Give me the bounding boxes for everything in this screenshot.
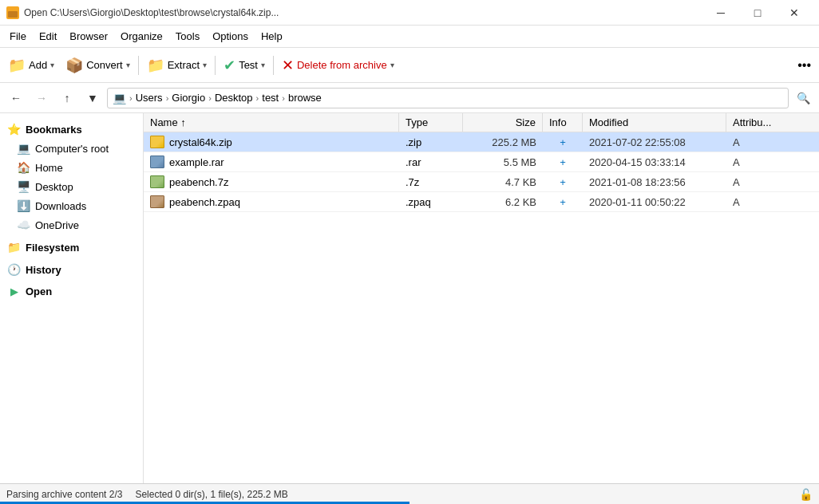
col-modified[interactable]: Modified bbox=[583, 113, 726, 132]
file-icon-7z bbox=[150, 175, 164, 188]
cell-info-3: + bbox=[543, 192, 583, 211]
sidebar-section-open: ▶ Open bbox=[0, 282, 143, 301]
menubar-item-edit[interactable]: Edit bbox=[33, 29, 63, 44]
table-row[interactable]: crystal64k.zip .zip 225.2 MB + 2021-07-0… bbox=[144, 132, 819, 152]
more-button[interactable]: ••• bbox=[793, 52, 816, 79]
test-arrow-icon: ▾ bbox=[261, 61, 265, 69]
extract-button[interactable]: 📁 Extract ▾ bbox=[142, 52, 212, 79]
cell-modified-3: 2020-01-11 00:50:22 bbox=[583, 192, 726, 211]
sidebar-header-open[interactable]: ▶ Open bbox=[0, 282, 143, 301]
convert-arrow-icon: ▾ bbox=[126, 61, 130, 69]
toolbar-sep-2 bbox=[215, 56, 216, 75]
sep-2: › bbox=[166, 93, 169, 103]
menubar-item-browser[interactable]: Browser bbox=[63, 29, 114, 44]
sidebar-item-downloads[interactable]: ⬇️ Downloads bbox=[0, 196, 143, 215]
toolbar-sep-3 bbox=[273, 56, 274, 75]
cell-type-1: .rar bbox=[399, 152, 463, 171]
cell-info-2: + bbox=[543, 172, 583, 191]
sidebar-history-label: History bbox=[26, 264, 61, 276]
addressbar: ← → ↑ ▼ 💻 › Users › Giorgio › Desktop › … bbox=[0, 83, 819, 113]
sidebar-header-bookmarks[interactable]: ⭐ Bookmarks bbox=[0, 120, 143, 139]
sidebar-item-computers-root[interactable]: 💻 Computer's root bbox=[0, 139, 143, 158]
sidebar: ⭐ Bookmarks 💻 Computer's root 🏠 Home 🖥️ … bbox=[0, 113, 144, 483]
cell-attrib-2: A bbox=[726, 172, 819, 191]
cell-modified-1: 2020-04-15 03:33:14 bbox=[583, 152, 726, 171]
sidebar-item-onedrive[interactable]: ☁️ OneDrive bbox=[0, 215, 143, 234]
col-attrib[interactable]: Attribu... bbox=[726, 113, 819, 132]
cell-info-0: + bbox=[543, 132, 583, 152]
sep-3: › bbox=[208, 93, 212, 103]
breadcrumb-test[interactable]: test bbox=[262, 92, 279, 104]
add-button[interactable]: 📁 Add ▾ bbox=[3, 52, 59, 79]
col-type[interactable]: Type bbox=[399, 113, 463, 132]
sidebar-item-home[interactable]: 🏠 Home bbox=[0, 158, 143, 177]
sidebar-bookmarks-label: Bookmarks bbox=[26, 124, 82, 136]
up-button[interactable]: ↑ bbox=[56, 87, 78, 109]
desktop-icon: 🖥️ bbox=[16, 180, 30, 193]
convert-icon: 📦 bbox=[65, 57, 83, 74]
col-size[interactable]: Size bbox=[463, 113, 543, 132]
filelist-header: Name ↑ Type Size Info Modified Attribu..… bbox=[144, 113, 819, 132]
sidebar-onedrive-label: OneDrive bbox=[35, 219, 79, 231]
breadcrumb: 💻 › Users › Giorgio › Desktop › test › b… bbox=[107, 88, 789, 108]
table-row[interactable]: peabench.7z .7z 4.7 KB + 2021-01-08 18:2… bbox=[144, 172, 819, 192]
extract-arrow-icon: ▾ bbox=[203, 61, 207, 69]
sidebar-section-filesystem: 📁 Filesystem bbox=[0, 238, 143, 257]
extract-label: Extract bbox=[168, 59, 200, 71]
back-button[interactable]: ← bbox=[5, 87, 27, 109]
app-icon bbox=[6, 6, 19, 19]
convert-label: Convert bbox=[86, 59, 123, 71]
cell-modified-0: 2021-07-02 22:55:08 bbox=[583, 132, 726, 152]
sidebar-header-filesystem[interactable]: 📁 Filesystem bbox=[0, 238, 143, 257]
breadcrumb-giorgio[interactable]: Giorgio bbox=[172, 92, 205, 104]
table-row[interactable]: peabench.zpaq .zpaq 6.2 KB + 2020-01-11 … bbox=[144, 192, 819, 212]
open-icon: ▶ bbox=[6, 286, 21, 297]
menubar-item-file[interactable]: File bbox=[3, 29, 33, 44]
menubar-item-options[interactable]: Options bbox=[206, 29, 255, 44]
sidebar-section-history: 🕐 History bbox=[0, 260, 143, 279]
downloads-icon: ⬇️ bbox=[16, 199, 30, 212]
titlebar: Open C:\Users\Giorgio\Desktop\test\brows… bbox=[0, 0, 819, 26]
menubar-item-organize[interactable]: Organize bbox=[114, 29, 169, 44]
cell-name-1: example.rar bbox=[144, 152, 399, 171]
close-button[interactable]: ✕ bbox=[776, 0, 813, 26]
delete-arrow-icon: ▾ bbox=[390, 61, 394, 69]
breadcrumb-desktop[interactable]: Desktop bbox=[215, 92, 253, 104]
sidebar-header-history[interactable]: 🕐 History bbox=[0, 260, 143, 279]
delete-icon: ✕ bbox=[282, 57, 294, 74]
filelist: Name ↑ Type Size Info Modified Attribu..… bbox=[144, 113, 819, 483]
sidebar-desktop-label: Desktop bbox=[35, 181, 73, 193]
toolbar: 📁 Add ▾ 📦 Convert ▾ 📁 Extract ▾ ✔ Test ▾… bbox=[0, 48, 819, 83]
menubar-item-help[interactable]: Help bbox=[255, 29, 289, 44]
sep-4: › bbox=[256, 93, 259, 103]
test-button[interactable]: ✔ Test ▾ bbox=[219, 52, 270, 79]
add-icon: 📁 bbox=[8, 57, 26, 74]
col-info[interactable]: Info bbox=[543, 113, 583, 132]
sidebar-item-desktop[interactable]: 🖥️ Desktop bbox=[0, 177, 143, 196]
menubar: FileEditBrowserOrganizeToolsOptionsHelp bbox=[0, 26, 819, 48]
minimize-button[interactable]: ─ bbox=[702, 0, 739, 26]
toolbar-sep-1 bbox=[138, 56, 139, 75]
sidebar-open-label: Open bbox=[26, 285, 52, 297]
col-name[interactable]: Name ↑ bbox=[144, 113, 399, 132]
cell-size-3: 6.2 KB bbox=[463, 192, 543, 211]
menubar-item-tools[interactable]: Tools bbox=[169, 29, 206, 44]
breadcrumb-users[interactable]: Users bbox=[136, 92, 163, 104]
delete-button[interactable]: ✕ Delete from archive ▾ bbox=[277, 52, 399, 79]
convert-button[interactable]: 📦 Convert ▾ bbox=[61, 52, 135, 79]
forward-button[interactable]: → bbox=[30, 87, 53, 109]
breadcrumb-browse[interactable]: browse bbox=[288, 92, 322, 104]
extract-icon: 📁 bbox=[147, 57, 164, 74]
delete-label: Delete from archive bbox=[297, 59, 387, 71]
filesystem-icon: 📁 bbox=[6, 241, 21, 254]
main-content: ⭐ Bookmarks 💻 Computer's root 🏠 Home 🖥️ … bbox=[0, 113, 819, 483]
maximize-button[interactable]: □ bbox=[739, 0, 776, 26]
home-icon: 🏠 bbox=[16, 161, 30, 174]
cell-name-3: peabench.zpaq bbox=[144, 192, 399, 211]
cell-info-1: + bbox=[543, 152, 583, 171]
search-button[interactable]: 🔍 bbox=[792, 87, 814, 109]
file-icon-zip bbox=[150, 136, 164, 148]
dropdown-button[interactable]: ▼ bbox=[81, 87, 104, 109]
table-row[interactable]: example.rar .rar 5.5 MB + 2020-04-15 03:… bbox=[144, 152, 819, 172]
cell-type-2: .7z bbox=[399, 172, 463, 191]
